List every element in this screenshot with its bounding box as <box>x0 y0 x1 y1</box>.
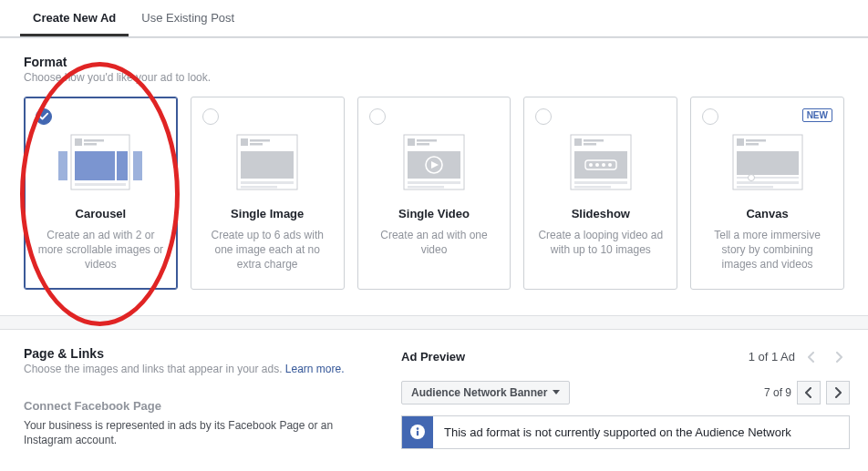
page-links-subtitle: Choose the images and links that appear … <box>24 363 368 375</box>
svg-rect-2 <box>84 139 104 142</box>
svg-rect-41 <box>737 177 799 179</box>
chevron-down-icon <box>553 390 560 394</box>
radio-icon <box>36 108 52 125</box>
svg-rect-39 <box>746 143 759 146</box>
svg-rect-17 <box>408 138 415 146</box>
svg-rect-26 <box>584 139 604 142</box>
svg-rect-27 <box>584 143 596 146</box>
svg-rect-1 <box>75 138 82 146</box>
svg-rect-47 <box>417 431 418 436</box>
preview-alert-text: This ad format is not currently supporte… <box>433 416 802 448</box>
svg-rect-13 <box>241 151 294 179</box>
ad-preview-count: 1 of 1 Ad <box>749 350 795 363</box>
info-icon <box>402 416 433 448</box>
tab-use-existing-post[interactable]: Use Existing Post <box>129 0 247 36</box>
svg-rect-12 <box>250 143 263 146</box>
svg-point-30 <box>589 163 593 167</box>
learn-more-link[interactable]: Learn more. <box>285 363 345 375</box>
format-section: Format Choose how you'd like your ad to … <box>0 38 868 299</box>
placement-next-button[interactable] <box>826 381 850 404</box>
svg-rect-23 <box>408 186 444 189</box>
format-option-single-video[interactable]: Single Video Create an ad with one video <box>357 97 512 290</box>
placement-prev-button[interactable] <box>797 381 821 404</box>
svg-rect-15 <box>241 186 277 189</box>
format-name: Canvas <box>702 207 832 220</box>
new-badge: NEW <box>802 108 832 122</box>
ad-next-button[interactable] <box>828 346 850 368</box>
placement-page: 7 of 9 <box>764 386 791 399</box>
svg-rect-34 <box>574 181 627 184</box>
format-desc: Create an ad with one video <box>369 228 500 257</box>
radio-icon <box>369 108 386 125</box>
format-name: Carousel <box>36 207 166 220</box>
svg-rect-19 <box>417 143 429 146</box>
svg-rect-37 <box>737 138 744 146</box>
page-and-links-section: Page & Links Choose the images and links… <box>0 330 392 449</box>
svg-rect-22 <box>408 181 460 184</box>
svg-rect-4 <box>75 151 115 180</box>
format-option-slideshow[interactable]: Slideshow Create a looping video ad with… <box>523 97 677 290</box>
ad-prev-button[interactable] <box>801 346 822 368</box>
svg-rect-44 <box>737 186 773 189</box>
canvas-thumbnail <box>702 127 832 198</box>
format-desc: Create an ad with 2 or more scrollable i… <box>36 228 166 272</box>
connect-page-title: Connect Facebook Page <box>24 399 368 413</box>
format-option-carousel[interactable]: Carousel Create an ad with 2 or more scr… <box>24 97 178 290</box>
carousel-thumbnail <box>36 127 166 198</box>
radio-icon <box>535 108 552 125</box>
svg-rect-11 <box>250 139 270 142</box>
svg-point-32 <box>602 163 605 167</box>
svg-rect-10 <box>241 138 248 146</box>
tab-create-new-ad[interactable]: Create New Ad <box>20 0 129 36</box>
svg-rect-7 <box>133 151 142 180</box>
format-subtitle: Choose how you'd like your ad to look. <box>24 71 844 84</box>
format-name: Single Image <box>202 207 333 220</box>
svg-point-33 <box>608 163 612 167</box>
preview-alert: This ad format is not currently supporte… <box>401 415 850 449</box>
radio-icon <box>202 108 219 125</box>
page-links-title: Page & Links <box>24 346 368 361</box>
radio-icon <box>702 108 718 125</box>
svg-rect-5 <box>117 151 128 180</box>
page-links-sub-text: Choose the images and links that appear … <box>24 363 285 375</box>
format-name: Slideshow <box>535 207 666 220</box>
svg-rect-6 <box>58 151 67 180</box>
svg-rect-40 <box>737 151 799 175</box>
placement-select-label: Audience Network Banner <box>411 386 547 399</box>
svg-rect-35 <box>574 186 611 189</box>
ad-preview-section: Ad Preview 1 of 1 Ad Audience Network Ba… <box>392 330 868 449</box>
svg-rect-38 <box>746 139 766 142</box>
ad-preview-title: Ad Preview <box>401 350 465 363</box>
svg-rect-18 <box>417 139 437 142</box>
svg-rect-28 <box>574 151 627 179</box>
format-option-canvas[interactable]: NEW Canvas Tell a more imme <box>690 97 844 290</box>
placement-select[interactable]: Audience Network Banner <box>401 381 570 404</box>
format-desc: Create a looping video ad with up to 10 … <box>535 228 666 257</box>
tab-bar: Create New Ad Use Existing Post <box>0 0 868 37</box>
svg-rect-8 <box>75 183 126 186</box>
svg-point-46 <box>417 427 419 430</box>
svg-point-42 <box>748 175 754 181</box>
section-divider <box>0 315 868 330</box>
svg-rect-43 <box>737 181 799 184</box>
connect-page-desc: Your business is represented in ads by i… <box>24 418 368 449</box>
slideshow-thumbnail <box>535 127 666 198</box>
svg-rect-14 <box>241 181 294 184</box>
single-image-thumbnail <box>202 127 333 198</box>
svg-rect-25 <box>574 138 582 146</box>
format-title: Format <box>24 55 844 69</box>
svg-rect-3 <box>84 143 97 146</box>
format-desc: Tell a more immersive story by combining… <box>702 228 832 272</box>
single-video-thumbnail <box>369 127 500 198</box>
format-options: Carousel Create an ad with 2 or more scr… <box>24 97 844 290</box>
format-name: Single Video <box>369 207 500 220</box>
svg-point-31 <box>595 163 599 167</box>
format-desc: Create up to 6 ads with one image each a… <box>202 228 333 272</box>
format-option-single-image[interactable]: Single Image Create up to 6 ads with one… <box>191 97 345 290</box>
